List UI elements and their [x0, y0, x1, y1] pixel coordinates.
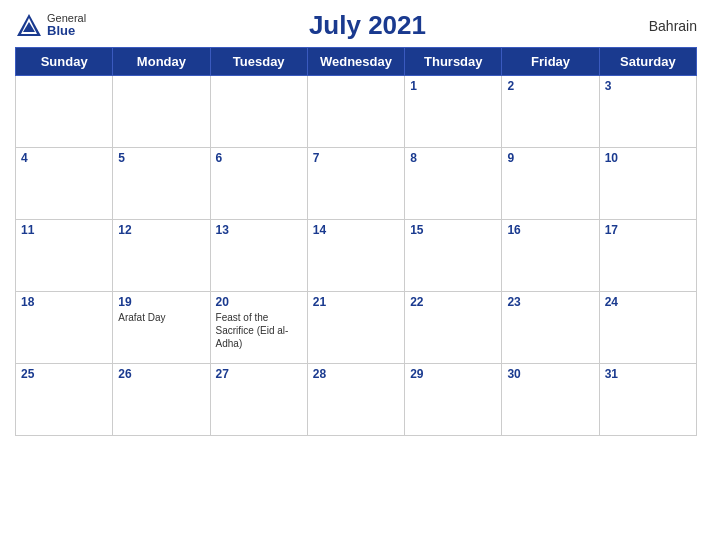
date-number: 15	[410, 223, 496, 237]
calendar-week-row: 25262728293031	[16, 364, 697, 436]
date-number: 21	[313, 295, 399, 309]
logo-icon	[15, 12, 43, 40]
date-number: 9	[507, 151, 593, 165]
calendar-cell: 12	[113, 220, 210, 292]
calendar-cell	[113, 76, 210, 148]
date-number: 19	[118, 295, 204, 309]
calendar-cell: 26	[113, 364, 210, 436]
calendar-cell: 5	[113, 148, 210, 220]
date-number: 17	[605, 223, 691, 237]
calendar-cell: 8	[405, 148, 502, 220]
date-number: 27	[216, 367, 302, 381]
calendar-cell: 10	[599, 148, 696, 220]
date-number: 6	[216, 151, 302, 165]
date-number: 2	[507, 79, 593, 93]
header-wednesday: Wednesday	[307, 48, 404, 76]
calendar-cell	[16, 76, 113, 148]
calendar-cell: 23	[502, 292, 599, 364]
calendar-cell: 3	[599, 76, 696, 148]
header-friday: Friday	[502, 48, 599, 76]
calendar-cell: 19Arafat Day	[113, 292, 210, 364]
date-number: 10	[605, 151, 691, 165]
calendar-cell	[307, 76, 404, 148]
calendar-week-row: 1819Arafat Day20Feast of the Sacrifice (…	[16, 292, 697, 364]
calendar-cell: 16	[502, 220, 599, 292]
date-number: 13	[216, 223, 302, 237]
calendar-cell	[210, 76, 307, 148]
date-number: 22	[410, 295, 496, 309]
header-monday: Monday	[113, 48, 210, 76]
calendar-cell: 2	[502, 76, 599, 148]
calendar-cell: 28	[307, 364, 404, 436]
calendar-week-row: 123	[16, 76, 697, 148]
calendar-cell: 11	[16, 220, 113, 292]
calendar-cell: 7	[307, 148, 404, 220]
calendar-cell: 6	[210, 148, 307, 220]
calendar-cell: 20Feast of the Sacrifice (Eid al-Adha)	[210, 292, 307, 364]
date-number: 3	[605, 79, 691, 93]
date-number: 20	[216, 295, 302, 309]
date-number: 14	[313, 223, 399, 237]
calendar-cell: 30	[502, 364, 599, 436]
calendar-title: July 2021	[309, 10, 426, 41]
date-number: 16	[507, 223, 593, 237]
country-label: Bahrain	[649, 18, 697, 34]
date-number: 4	[21, 151, 107, 165]
calendar-cell: 9	[502, 148, 599, 220]
calendar-week-row: 11121314151617	[16, 220, 697, 292]
calendar-cell: 27	[210, 364, 307, 436]
header-thursday: Thursday	[405, 48, 502, 76]
date-number: 5	[118, 151, 204, 165]
header-sunday: Sunday	[16, 48, 113, 76]
header-saturday: Saturday	[599, 48, 696, 76]
calendar-cell: 22	[405, 292, 502, 364]
calendar-cell: 21	[307, 292, 404, 364]
calendar-cell: 14	[307, 220, 404, 292]
calendar-cell: 29	[405, 364, 502, 436]
calendar-cell: 17	[599, 220, 696, 292]
date-number: 8	[410, 151, 496, 165]
date-number: 30	[507, 367, 593, 381]
calendar-cell: 15	[405, 220, 502, 292]
calendar-week-row: 45678910	[16, 148, 697, 220]
date-number: 24	[605, 295, 691, 309]
logo: General Blue	[15, 12, 86, 40]
date-number: 12	[118, 223, 204, 237]
header-tuesday: Tuesday	[210, 48, 307, 76]
calendar-header: General Blue July 2021 Bahrain	[15, 10, 697, 41]
logo-text: General Blue	[47, 12, 86, 38]
logo-blue-text: Blue	[47, 24, 86, 38]
calendar-cell: 1	[405, 76, 502, 148]
date-number: 11	[21, 223, 107, 237]
calendar-table: Sunday Monday Tuesday Wednesday Thursday…	[15, 47, 697, 436]
calendar-cell: 13	[210, 220, 307, 292]
calendar-cell: 31	[599, 364, 696, 436]
event-label: Arafat Day	[118, 311, 204, 324]
calendar-cell: 4	[16, 148, 113, 220]
calendar-cell: 18	[16, 292, 113, 364]
calendar-cell: 25	[16, 364, 113, 436]
date-number: 1	[410, 79, 496, 93]
date-number: 23	[507, 295, 593, 309]
calendar-page: General Blue July 2021 Bahrain Sunday Mo…	[0, 0, 712, 550]
date-number: 28	[313, 367, 399, 381]
date-number: 18	[21, 295, 107, 309]
date-number: 25	[21, 367, 107, 381]
date-number: 26	[118, 367, 204, 381]
calendar-cell: 24	[599, 292, 696, 364]
date-number: 31	[605, 367, 691, 381]
date-number: 7	[313, 151, 399, 165]
date-number: 29	[410, 367, 496, 381]
weekday-header-row: Sunday Monday Tuesday Wednesday Thursday…	[16, 48, 697, 76]
event-label: Feast of the Sacrifice (Eid al-Adha)	[216, 311, 302, 350]
